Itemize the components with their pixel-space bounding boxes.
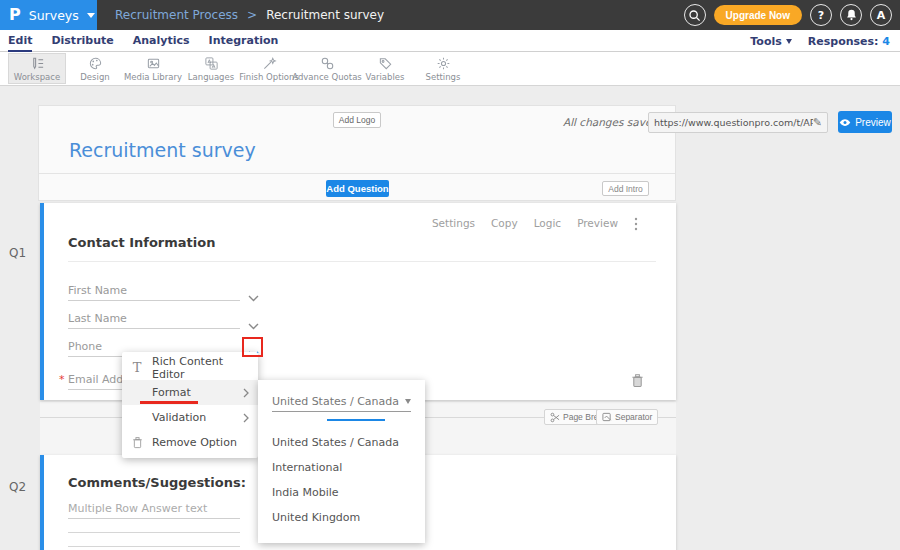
menu-item-remove-option[interactable]: Remove Option bbox=[122, 430, 258, 455]
questionpro-logo-icon: P bbox=[9, 7, 21, 23]
toolbar-item-variables[interactable]: Variables bbox=[356, 53, 414, 84]
question-title-q2[interactable]: Comments/Suggestions: bbox=[68, 475, 246, 490]
chevron-down-icon bbox=[405, 399, 411, 404]
chevron-down-icon bbox=[248, 295, 259, 302]
media-library-icon bbox=[146, 56, 161, 71]
tab-integration[interactable]: Integration bbox=[209, 30, 279, 52]
settings-icon bbox=[436, 56, 451, 71]
question-number-q2: Q2 bbox=[9, 480, 26, 494]
answer-row-line[interactable] bbox=[68, 546, 240, 547]
survey-url-field: ✎ bbox=[648, 112, 828, 133]
question-settings-link[interactable]: Settings bbox=[432, 217, 475, 229]
format-submenu: United States / Canada United States / C… bbox=[258, 380, 425, 543]
annotation-highlight-box bbox=[242, 337, 263, 357]
question-mark-icon: ? bbox=[818, 9, 824, 22]
toolbar-item-languages[interactable]: Languages bbox=[182, 53, 240, 84]
breadcrumb: Recruitment Process > Recruitment survey bbox=[115, 0, 384, 30]
responses-label: Responses: bbox=[808, 35, 879, 48]
edit-url-pencil-icon[interactable]: ✎ bbox=[813, 116, 822, 129]
topbar: P Surveys Recruitment Process > Recruitm… bbox=[0, 0, 900, 30]
question-logic-link[interactable]: Logic bbox=[534, 217, 561, 229]
responses-link[interactable]: Responses: 4 bbox=[808, 35, 890, 48]
option-international[interactable]: International bbox=[258, 455, 425, 480]
submenu-chevron-icon bbox=[243, 413, 249, 423]
required-asterisk: * bbox=[59, 373, 65, 386]
separator-button[interactable]: Separator bbox=[596, 409, 658, 425]
tab-analytics[interactable]: Analytics bbox=[133, 30, 190, 52]
toolbar-item-media-library[interactable]: Media Library bbox=[124, 53, 182, 84]
survey-url-input[interactable] bbox=[654, 117, 813, 128]
surveys-product-menu[interactable]: P Surveys bbox=[0, 0, 97, 30]
nav-right: Tools Responses: 4 bbox=[750, 30, 890, 52]
question-title-q1[interactable]: Contact Information bbox=[68, 235, 215, 250]
account-avatar[interactable]: A bbox=[870, 4, 892, 26]
add-logo-button[interactable]: Add Logo bbox=[333, 112, 381, 128]
responses-count: 4 bbox=[882, 35, 890, 48]
focus-indicator bbox=[327, 419, 385, 421]
notifications-button[interactable] bbox=[840, 4, 862, 26]
menu-item-rich-content-editor[interactable]: T Rich Content Editor bbox=[122, 355, 258, 380]
advance-quotas-icon bbox=[320, 56, 335, 71]
submenu-chevron-icon bbox=[243, 388, 249, 398]
tools-label: Tools bbox=[750, 35, 781, 48]
app-window: P Surveys Recruitment Process > Recruitm… bbox=[0, 0, 900, 550]
main-nav: Edit Distribute Analytics Integration To… bbox=[0, 30, 900, 52]
trash-icon bbox=[122, 436, 152, 449]
chevron-down-icon bbox=[248, 323, 259, 330]
chevron-down-icon bbox=[87, 13, 95, 18]
option-us-canada[interactable]: United States / Canada bbox=[258, 430, 425, 455]
topbar-actions: Upgrade Now ? A bbox=[684, 4, 892, 26]
question-title-divider bbox=[68, 261, 656, 262]
avatar-initial: A bbox=[877, 9, 886, 22]
editor-toolbar: Workspace Design Media Lib bbox=[0, 52, 900, 86]
text-editor-icon: T bbox=[122, 361, 152, 374]
add-intro-button[interactable]: Add Intro bbox=[602, 181, 649, 196]
upgrade-now-button[interactable]: Upgrade Now bbox=[714, 5, 802, 25]
eye-icon bbox=[839, 118, 851, 127]
field-options-chevron[interactable] bbox=[248, 287, 259, 306]
question-number-q1: Q1 bbox=[9, 246, 26, 260]
tab-edit[interactable]: Edit bbox=[8, 30, 32, 52]
toolbar-items: Workspace Design Media Lib bbox=[8, 53, 472, 84]
menu-item-validation[interactable]: Validation bbox=[122, 405, 258, 430]
field-first-name[interactable]: First Name bbox=[68, 281, 240, 301]
toolbar-item-settings[interactable]: Settings bbox=[414, 53, 472, 84]
workspace-icon bbox=[30, 56, 45, 71]
field-options-chevron[interactable] bbox=[248, 315, 259, 334]
field-options-context-menu: T Rich Content Editor Format Validation bbox=[122, 352, 258, 458]
languages-icon bbox=[204, 56, 219, 71]
delete-question-button[interactable] bbox=[631, 373, 644, 392]
survey-title[interactable]: Recruitment survey bbox=[69, 139, 256, 161]
toolbar-item-finish-options[interactable]: Finish Options bbox=[240, 53, 298, 84]
preview-button[interactable]: Preview bbox=[838, 111, 892, 133]
separator-icon bbox=[602, 412, 612, 422]
help-button[interactable]: ? bbox=[810, 4, 832, 26]
toolbar-item-workspace[interactable]: Workspace bbox=[8, 53, 66, 84]
bell-icon bbox=[845, 8, 858, 22]
answer-row-line[interactable] bbox=[68, 532, 240, 533]
option-united-kingdom[interactable]: United Kingdom bbox=[258, 505, 425, 530]
finish-options-icon bbox=[262, 56, 277, 71]
multirow-answer-placeholder[interactable]: Multiple Row Answer text bbox=[68, 502, 240, 519]
question-copy-link[interactable]: Copy bbox=[491, 217, 518, 229]
option-india-mobile[interactable]: India Mobile bbox=[258, 480, 425, 505]
search-icon bbox=[688, 9, 701, 22]
autosave-status: All changes saved bbox=[563, 116, 658, 128]
scissors-icon bbox=[550, 412, 560, 423]
chevron-down-icon bbox=[786, 39, 792, 44]
add-question-button[interactable]: Add Question bbox=[326, 180, 389, 197]
tab-distribute[interactable]: Distribute bbox=[51, 30, 113, 52]
header-divider bbox=[39, 173, 675, 174]
question-more-menu[interactable] bbox=[634, 216, 638, 235]
variables-icon bbox=[378, 56, 393, 71]
question-preview-link[interactable]: Preview bbox=[577, 217, 618, 229]
search-button[interactable] bbox=[684, 4, 706, 26]
breadcrumb-folder-link[interactable]: Recruitment Process bbox=[115, 8, 238, 22]
breadcrumb-current: Recruitment survey bbox=[266, 8, 384, 22]
tools-menu[interactable]: Tools bbox=[750, 35, 791, 48]
field-last-name[interactable]: Last Name bbox=[68, 309, 240, 329]
country-format-select[interactable]: United States / Canada bbox=[272, 392, 411, 412]
toolbar-item-design[interactable]: Design bbox=[66, 53, 124, 84]
breadcrumb-separator: > bbox=[247, 8, 257, 22]
toolbar-item-advance-quotas[interactable]: Advance Quotas bbox=[298, 53, 356, 84]
